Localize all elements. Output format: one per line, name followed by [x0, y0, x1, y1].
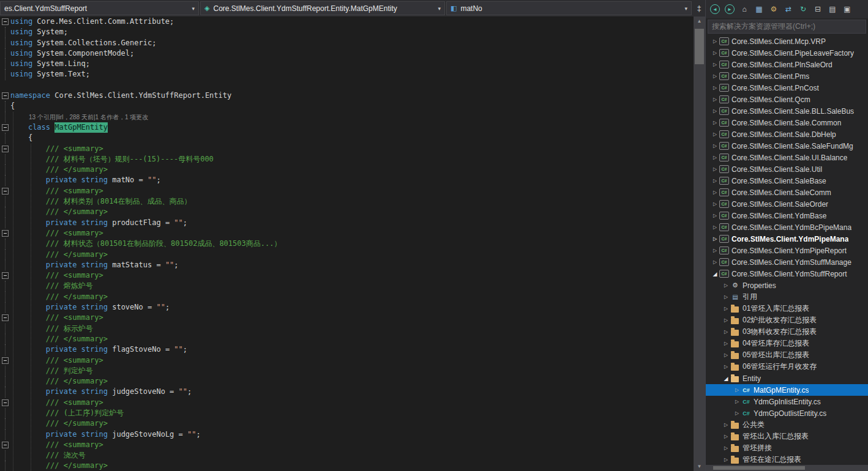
code-editor[interactable]: using Core.Mes.Client.Comm.Attribute;usi… — [0, 17, 694, 471]
tree-item[interactable]: ▷C#Core.StlMes.Client.SaleOrder — [706, 198, 868, 210]
code-line[interactable]: 13 个引用|lirl，288 天前|1 名作者，1 项更改 — [0, 112, 694, 122]
pending-changes-filter-icon[interactable]: ⚙ — [768, 3, 780, 15]
expand-arrow-icon[interactable]: ▷ — [711, 73, 719, 79]
expand-arrow-icon[interactable]: ▷ — [711, 97, 719, 102]
expand-arrow-icon[interactable]: ▷ — [711, 120, 719, 125]
tree-item[interactable]: ▷05管坯出库汇总报表 — [706, 349, 868, 361]
tree-item[interactable]: ▷C#Core.StlMes.Client.Sale.SaleFundMg — [706, 140, 868, 152]
code-line[interactable]: /// <summary> — [0, 398, 694, 408]
code-line[interactable]: private string judgeStoveNoLg = ""; — [0, 429, 694, 440]
code-line[interactable]: using System.Linq; — [0, 59, 694, 69]
code-line[interactable]: /// 浇次号 — [0, 450, 694, 461]
expand-arrow-icon[interactable]: ▷ — [711, 50, 719, 56]
expand-arrow-icon[interactable]: ▷ — [711, 62, 719, 67]
tree-item[interactable]: ▷▤引用 — [706, 291, 868, 303]
tree-item[interactable]: ▷C#YdmGpOutlistEntity.cs — [706, 407, 868, 419]
code-line[interactable]: using System.ComponentModel; — [0, 48, 694, 59]
member-dropdown[interactable]: ◧ matNo ▾ — [446, 1, 692, 15]
code-line[interactable]: /// </summary> — [0, 461, 694, 471]
expand-arrow-icon[interactable]: ▷ — [711, 85, 719, 91]
code-line[interactable]: /// <summary> — [0, 440, 694, 450]
tree-item[interactable]: ▷C#Core.StlMes.Client.YdmPipeMana — [706, 233, 868, 245]
fold-toggle-icon[interactable] — [0, 144, 10, 154]
fold-toggle-icon[interactable] — [0, 17, 10, 27]
code-line[interactable]: /// <summary> — [0, 228, 694, 239]
tree-item[interactable]: ▷⚙Properties — [706, 280, 868, 291]
collapse-arrow-icon[interactable]: ◢ — [711, 271, 719, 277]
expand-arrow-icon[interactable]: ▷ — [722, 434, 730, 439]
code-line[interactable]: /// <summary> — [0, 313, 694, 323]
tree-item[interactable]: ▷C#Core.StlMes.Client.YdmStuffManage — [706, 256, 868, 268]
code-line[interactable]: /// <summary> — [0, 144, 694, 154]
expand-arrow-icon[interactable]: ▷ — [711, 39, 719, 44]
expand-arrow-icon[interactable]: ▷ — [733, 399, 741, 404]
code-line[interactable]: class MatGpMEntity — [0, 122, 694, 133]
expand-arrow-icon[interactable]: ▷ — [711, 236, 719, 242]
tree-item[interactable]: ▷管坯出入库汇总报表 — [706, 431, 868, 442]
tree-item[interactable]: ▷C#Core.StlMes.Client.Qcm — [706, 94, 868, 105]
tree-item[interactable]: ▷C#Core.StlMes.Client.Pms — [706, 70, 868, 82]
tree-item[interactable]: ▷C#Core.StlMes.Client.YdmBcPipeMana — [706, 221, 868, 233]
properties-icon[interactable]: ▣ — [841, 3, 853, 15]
expand-arrow-icon[interactable]: ▷ — [711, 166, 719, 172]
fold-toggle-icon[interactable] — [0, 398, 10, 408]
code-line[interactable]: /// <summary> — [0, 355, 694, 366]
tree-item[interactable]: ▷C#Core.StlMes.Client.YdmBase — [706, 210, 868, 221]
tree-item[interactable]: ▷C#Core.StlMes.Client.Sale.Common — [706, 117, 868, 128]
expand-arrow-icon[interactable]: ▷ — [711, 132, 719, 137]
tree-item[interactable]: ◢C#Core.StlMes.Client.YdmStuffReport — [706, 268, 868, 280]
scrollbar-thumb[interactable] — [713, 466, 805, 470]
code-line[interactable]: { — [0, 101, 694, 111]
fold-toggle-icon[interactable] — [0, 440, 10, 450]
expand-arrow-icon[interactable]: ▷ — [722, 329, 730, 335]
forward-icon[interactable]: ► — [725, 4, 735, 14]
scroll-up-arrow-icon[interactable]: ▲ — [694, 17, 705, 26]
scroll-down-arrow-icon[interactable]: ▼ — [694, 462, 705, 471]
code-line[interactable]: /// </summary> — [0, 250, 694, 260]
tree-item[interactable]: ▷C#Core.StlMes.Client.PipeLeaveFactory — [706, 47, 868, 59]
code-line[interactable]: private string matNo = ""; — [0, 175, 694, 185]
tree-item[interactable]: ▷管坯拼接 — [706, 442, 868, 454]
code-line[interactable]: private string matStatus = ""; — [0, 260, 694, 270]
code-line[interactable]: using Core.Mes.Client.Comm.Attribute; — [0, 17, 694, 27]
code-line[interactable]: /// 标示炉号 — [0, 324, 694, 334]
code-line[interactable]: /// <summary> — [0, 270, 694, 281]
expand-arrow-icon[interactable]: ▷ — [711, 213, 719, 218]
tree-item[interactable]: ▷C#Core.StlMes.Client.PnCost — [706, 82, 868, 94]
tree-item[interactable]: ▷C#Core.StlMes.Client.YdmPipeReport — [706, 245, 868, 256]
code-line[interactable]: /// </summary> — [0, 207, 694, 217]
expand-arrow-icon[interactable]: ▷ — [711, 155, 719, 160]
code-line[interactable]: /// 材料号（坯号）规则---(15)----母料号000 — [0, 154, 694, 165]
expand-arrow-icon[interactable]: ▷ — [711, 224, 719, 230]
code-line[interactable]: /// </summary> — [0, 334, 694, 344]
expand-arrow-icon[interactable]: ▷ — [722, 283, 730, 288]
fold-toggle-icon[interactable] — [0, 355, 10, 366]
code-line[interactable]: /// (上工序)判定炉号 — [0, 408, 694, 418]
expand-arrow-icon[interactable]: ▷ — [722, 457, 730, 462]
show-all-files-icon[interactable]: ▤ — [826, 3, 839, 15]
explorer-horizontal-scrollbar[interactable] — [706, 465, 868, 471]
tree-item[interactable]: ▷C#Core.StlMes.Client.Sale.UI.Balance — [706, 152, 868, 163]
tree-item[interactable]: ▷04管坯库存汇总报表 — [706, 338, 868, 349]
tree-item[interactable]: ▷C#Core.StlMes.Client.Sale.BLL.SaleBus — [706, 105, 868, 117]
expand-arrow-icon[interactable]: ▷ — [711, 190, 719, 195]
code-line[interactable] — [0, 80, 694, 91]
tree-item[interactable]: ▷公共类 — [706, 419, 868, 431]
solution-explorer-search-input[interactable]: 搜索解决方案资源管理器(Ctrl+;) — [708, 20, 866, 34]
refresh-icon[interactable]: ↻ — [797, 3, 809, 15]
expand-arrow-icon[interactable]: ▷ — [722, 341, 730, 346]
code-line[interactable]: using System.Text; — [0, 69, 694, 80]
expand-arrow-icon[interactable]: ▷ — [733, 410, 741, 416]
code-line[interactable]: private string flagStoveNo = ""; — [0, 344, 694, 355]
expand-arrow-icon[interactable]: ▷ — [722, 352, 730, 358]
split-editor-handle[interactable]: ‡ — [693, 0, 705, 17]
tree-item[interactable]: ▷C#Core.StlMes.Client.Mcp.VRP — [706, 35, 868, 47]
expand-arrow-icon[interactable]: ▷ — [711, 108, 719, 114]
tree-item[interactable]: ▷C#YdmGpInlistEntity.cs — [706, 396, 868, 407]
tree-item[interactable]: ▷C#Core.StlMes.Client.PlnSaleOrd — [706, 59, 868, 70]
expand-arrow-icon[interactable]: ▷ — [733, 387, 741, 393]
fold-toggle-icon[interactable] — [0, 270, 10, 281]
tree-item[interactable]: ▷C#Core.StlMes.Client.Sale.DbHelp — [706, 128, 868, 140]
code-line[interactable]: /// 熔炼炉号 — [0, 281, 694, 291]
code-line[interactable]: private string productFlag = ""; — [0, 218, 694, 228]
